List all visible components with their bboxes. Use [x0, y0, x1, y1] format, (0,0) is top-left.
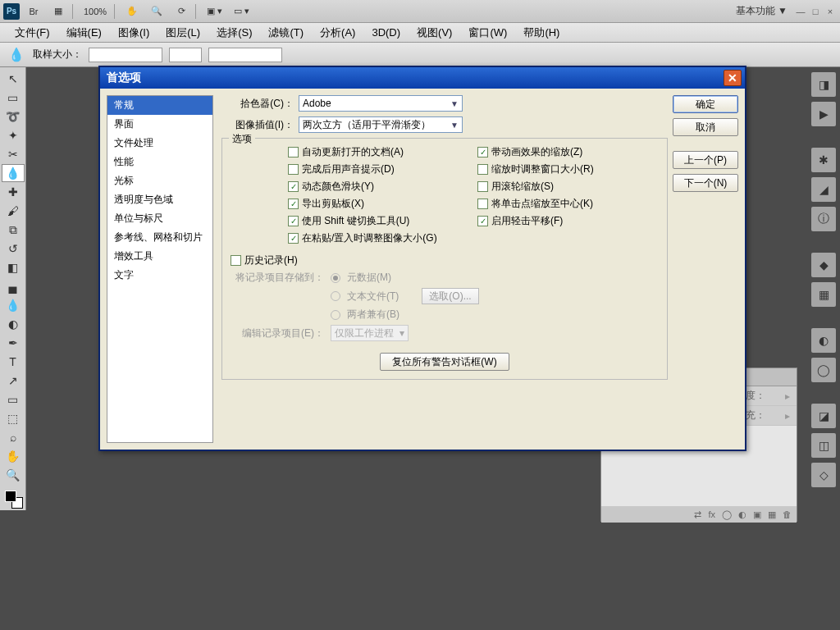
category-8[interactable]: 增效工具: [107, 247, 212, 266]
menu-filter[interactable]: 滤镜(T): [260, 24, 312, 42]
workspace-switcher[interactable]: 基本功能 ▼: [729, 4, 794, 18]
tool-marquee[interactable]: ▭: [2, 89, 25, 107]
dialog-titlebar[interactable]: 首选项 ✕: [100, 67, 745, 89]
options-field-2[interactable]: [169, 48, 202, 62]
choose-button[interactable]: 选取(O)...: [422, 288, 478, 304]
maximize-icon[interactable]: □: [809, 6, 822, 17]
prev-button[interactable]: 上一个(P): [673, 151, 738, 169]
category-0[interactable]: 常规: [107, 96, 212, 115]
active-tool-icon[interactable]: 💧: [7, 45, 26, 65]
panel-icon-paths[interactable]: ◇: [811, 463, 836, 487]
option-checkbox-10[interactable]: ✓在粘贴/置入时调整图像大小(G): [288, 231, 469, 245]
color-swatches[interactable]: [3, 489, 23, 509]
category-5[interactable]: 透明度与色域: [107, 190, 212, 209]
history-log-checkbox[interactable]: 历史记录(H): [231, 253, 659, 267]
sample-size-field[interactable]: [89, 48, 162, 62]
hand-icon[interactable]: ✋: [121, 3, 143, 20]
tool-3d[interactable]: ⬚: [2, 409, 25, 427]
panel-icon-adjust[interactable]: ◐: [811, 328, 836, 353]
radio-metadata[interactable]: [331, 273, 340, 283]
reset-warnings-button[interactable]: 复位所有警告对话框(W): [380, 353, 509, 371]
tool-wand[interactable]: ✦: [2, 126, 25, 144]
tool-lasso[interactable]: ➰: [2, 107, 25, 126]
option-checkbox-5[interactable]: 用滚轮缩放(S): [477, 180, 659, 194]
tool-history-brush[interactable]: ↺: [2, 240, 25, 258]
tool-heal[interactable]: ✚: [2, 183, 25, 201]
menu-view[interactable]: 视图(V): [409, 24, 460, 42]
color-picker-select[interactable]: Adobe▼: [299, 95, 463, 112]
zoom-icon[interactable]: 🔍: [146, 3, 167, 20]
panel-icon-histogram[interactable]: ◢: [811, 177, 836, 202]
menu-edit[interactable]: 编辑(E): [58, 24, 110, 42]
tool-brush[interactable]: 🖌: [2, 202, 25, 220]
bridge-button[interactable]: Br: [23, 3, 44, 20]
edit-log-select[interactable]: 仅限工作进程▾: [331, 325, 409, 341]
tool-path[interactable]: ↗: [2, 372, 25, 390]
option-checkbox-3[interactable]: 缩放时调整窗口大小(R): [477, 162, 659, 176]
panel-icon-info[interactable]: ⓘ: [811, 207, 836, 231]
menu-help[interactable]: 帮助(H): [515, 24, 568, 42]
options-field-3[interactable]: [208, 48, 282, 62]
menu-file[interactable]: 文件(F): [7, 24, 58, 42]
foreground-swatch[interactable]: [5, 491, 16, 502]
menu-window[interactable]: 窗口(W): [460, 24, 515, 42]
option-checkbox-1[interactable]: ✓带动画效果的缩放(Z): [477, 145, 659, 159]
tool-shape[interactable]: ▭: [2, 390, 25, 409]
next-button[interactable]: 下一个(N): [673, 174, 738, 192]
tool-stamp[interactable]: ⧉: [2, 221, 25, 239]
tool-gradient[interactable]: ▄: [2, 277, 25, 295]
panel-icon-2[interactable]: ▶: [811, 102, 836, 126]
tool-crop[interactable]: ✂: [2, 145, 25, 163]
interpolation-select[interactable]: 两次立方（适用于平滑渐变）▼: [299, 116, 463, 133]
option-checkbox-7[interactable]: 将单击点缩放至中心(K): [477, 197, 659, 211]
trash-icon[interactable]: 🗑: [783, 509, 792, 519]
option-checkbox-9[interactable]: ✓启用轻击平移(F): [477, 214, 659, 228]
option-checkbox-0[interactable]: 自动更新打开的文档(A): [288, 145, 469, 159]
menu-image[interactable]: 图像(I): [110, 24, 158, 42]
cancel-button[interactable]: 取消: [673, 118, 738, 136]
option-checkbox-2[interactable]: 完成后用声音提示(D): [288, 162, 469, 176]
tool-3dcamera[interactable]: ⌕: [2, 428, 25, 446]
tool-dodge[interactable]: ◐: [2, 315, 25, 333]
tool-pen[interactable]: ✒: [2, 334, 25, 352]
option-checkbox-4[interactable]: ✓动态颜色滑块(Y): [288, 180, 469, 194]
tool-move[interactable]: ↖: [2, 70, 25, 88]
radio-both[interactable]: [331, 310, 340, 320]
category-4[interactable]: 光标: [107, 171, 212, 190]
panel-icon-color[interactable]: ◆: [811, 253, 836, 277]
category-1[interactable]: 界面: [107, 115, 212, 134]
ok-button[interactable]: 确定: [673, 95, 738, 113]
menu-3d[interactable]: 3D(D): [363, 25, 409, 40]
tool-eraser[interactable]: ◧: [2, 258, 25, 276]
panel-icon-1[interactable]: ◨: [811, 72, 836, 97]
panel-icon-layers[interactable]: ◪: [811, 404, 836, 428]
category-9[interactable]: 文字: [107, 266, 212, 285]
panel-icon-mask[interactable]: ◯: [811, 358, 836, 382]
adjust-icon[interactable]: ◐: [738, 509, 746, 520]
zoom-level[interactable]: 100%: [80, 3, 111, 20]
tool-type[interactable]: T: [2, 353, 25, 371]
option-checkbox-6[interactable]: ✓导出剪贴板(X): [288, 197, 469, 211]
category-list[interactable]: 常规界面文件处理性能光标透明度与色域单位与标尺参考线、网格和切片增效工具文字: [107, 95, 213, 443]
arrange-icon[interactable]: ▣ ▾: [203, 3, 226, 20]
tool-blur[interactable]: 💧: [2, 296, 25, 314]
category-2[interactable]: 文件处理: [107, 134, 212, 153]
menu-select[interactable]: 选择(S): [208, 24, 260, 42]
new-icon[interactable]: ▦: [768, 509, 776, 520]
minimize-icon[interactable]: —: [794, 6, 807, 17]
mask-icon[interactable]: ◯: [722, 509, 732, 520]
category-3[interactable]: 性能: [107, 153, 212, 171]
close-app-icon[interactable]: ×: [824, 6, 837, 17]
panel-icon-navigator[interactable]: ✱: [811, 148, 836, 172]
close-icon[interactable]: ✕: [724, 70, 742, 86]
category-6[interactable]: 单位与标尺: [107, 209, 212, 228]
category-7[interactable]: 参考线、网格和切片: [107, 228, 212, 247]
rotate-icon[interactable]: ⟳: [171, 3, 192, 20]
option-checkbox-8[interactable]: ✓使用 Shift 键切换工具(U): [288, 214, 469, 228]
tool-eyedropper[interactable]: 💧: [2, 164, 25, 182]
tool-hand[interactable]: ✋: [2, 447, 25, 465]
screenmode-icon[interactable]: ▭ ▾: [230, 3, 253, 20]
miniview-button[interactable]: ▦: [48, 3, 69, 20]
link-icon[interactable]: ⇄: [694, 509, 701, 520]
menu-analysis[interactable]: 分析(A): [312, 24, 363, 42]
